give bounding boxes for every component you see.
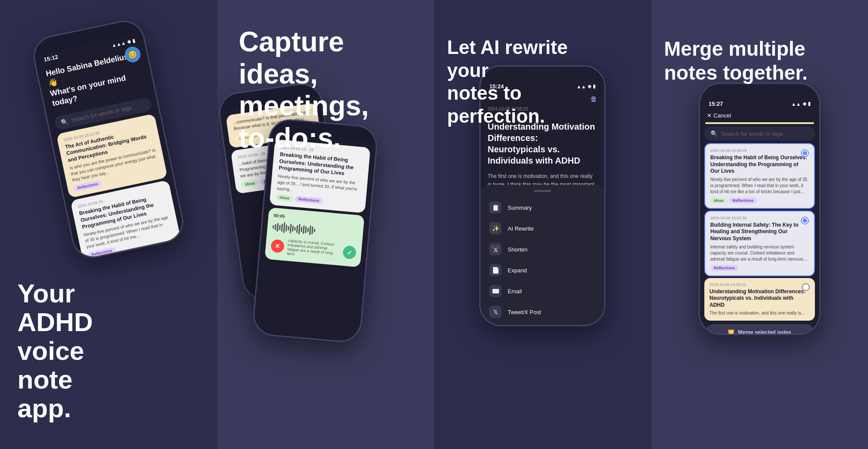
tag-ideas-4a: Ideas: [710, 198, 727, 204]
panel-2-headline: Capture ideas, meetings, to-do:s.: [239, 26, 369, 154]
action-summary-label: Summary: [508, 204, 532, 211]
merge-button[interactable]: 🔀 Merge selected notes: [705, 324, 814, 334]
note-body-4a: Ninety-five percent of who we are by the…: [710, 177, 809, 195]
wifi-icon-4: ◈: [803, 101, 806, 107]
notch-4: [738, 87, 781, 97]
note-tags-4a: Ideas Reflections: [710, 198, 809, 204]
note-tags-4b: Reflections: [710, 265, 809, 271]
recording-text: capacity is crucial. Cortisol imbalance …: [283, 238, 343, 261]
search-placeholder-4: Search for words or tags: [721, 131, 783, 137]
ai-rewrite-icon: ✨: [489, 222, 501, 235]
merge-header: ✕ Cancel: [700, 109, 819, 122]
panel-1: 15:12 ▲▲▲ ◈ ▮ 😊 Hello Sabina Beldelius 👋…: [0, 0, 217, 449]
action-divider-3: [534, 190, 551, 192]
summary-icon: 📋: [489, 201, 501, 214]
note-title-4b: Building Internal Safety: The Key to Hea…: [710, 222, 809, 242]
cancel-record-button[interactable]: ✕: [270, 239, 285, 253]
battery-icon: ▮: [132, 37, 136, 44]
wifi-icon: ◈: [127, 39, 131, 45]
action-summary[interactable]: 📋 Summary: [481, 197, 604, 218]
tweet-icon: 𝕏: [489, 306, 501, 318]
cancel-label: Cancel: [713, 112, 731, 119]
tag-reflections-4a: Reflections: [729, 198, 757, 204]
note-date-4c: 2024-10-09 14:58:23: [710, 282, 810, 287]
search-icon-4: 🔍: [710, 130, 718, 137]
radio-empty-4c: [802, 283, 810, 291]
action-tweet[interactable]: 𝕏 Tweet/X Post: [481, 302, 604, 322]
phone-mockup-1: 15:12 ▲▲▲ ◈ ▮ 😊 Hello Sabina Beldelius 👋…: [30, 17, 187, 262]
action-expand-label: Expand: [508, 267, 527, 274]
signal-icon: ▲▲▲: [111, 40, 126, 48]
phone-mockup-4: 15:27 ▲▲ ◈ ▮ ✕ Cancel 🔍 Search for words: [699, 83, 821, 335]
search-icon-1: 🔍: [60, 117, 69, 126]
note-card-4a[interactable]: 2024-10-09 15:08:28 Breaking the Habit o…: [704, 143, 815, 209]
note-date-4b: 2024-10-09 15:01:56: [710, 216, 809, 220]
action-email[interactable]: ✉️ Email: [481, 281, 604, 302]
confirm-record-button[interactable]: ✓: [342, 245, 357, 260]
recording-controls: ✕ capacity is crucial. Cortisol imbalanc…: [270, 237, 357, 261]
expand-icon: 📄: [489, 264, 501, 276]
panel-3-headline: Let AI rewrite your notes to perfection.: [447, 13, 612, 128]
phone-screen-4: 15:27 ▲▲ ◈ ▮ ✕ Cancel 🔍 Search for words: [700, 84, 819, 334]
action-ai-rewrite-label: AI Rewrite: [508, 225, 534, 232]
note-body-4b: Internal safety and building nervous sys…: [710, 244, 809, 262]
time-4: 15:27: [709, 101, 723, 107]
note-date-4a: 2024-10-09 15:08:28: [710, 148, 809, 153]
action-email-label: Email: [508, 288, 522, 295]
note-title-4c: Understanding Motivation Differences: Ne…: [710, 288, 810, 309]
action-shorten-label: Shorten: [508, 246, 528, 253]
merge-icon: 🔀: [728, 329, 734, 334]
time-1: 15:12: [43, 54, 59, 63]
search-bar-4[interactable]: 🔍 Search for words or tags: [704, 127, 815, 141]
panel-3: Let AI rewrite your notes to perfection.…: [434, 0, 651, 449]
cancel-button-4[interactable]: ✕ Cancel: [707, 112, 731, 119]
panel-4: Merge multiple notes together. 15:27 ▲▲ …: [651, 0, 868, 449]
note-title-4a: Breaking the Habit of Being Ourselves: U…: [710, 154, 809, 175]
action-tweet-label: Tweet/X Post: [508, 309, 541, 315]
shorten-icon: ✂️: [489, 243, 501, 255]
recording-card: 00:05 ✕ capacity is crucial. Cortisol im…: [264, 207, 364, 267]
action-shorten[interactable]: ✂️ Shorten: [481, 239, 604, 260]
panel-4-headline: Merge multiple notes together.: [664, 13, 808, 85]
status-icons-4: ▲▲ ◈ ▮: [791, 101, 811, 107]
merge-button-label: Merge selected notes: [738, 329, 791, 334]
tag-ideas-2bb: Ideas: [241, 180, 259, 188]
signal-icon-4: ▲▲: [791, 101, 801, 107]
tag-reflections-2fa: Reflections: [294, 195, 323, 204]
note-card-4b[interactable]: 2024-10-09 15:01:56 Building Internal Sa…: [704, 211, 815, 276]
email-icon: ✉️: [489, 285, 501, 297]
panel-1-headline: Your ADHD voice note app.: [17, 279, 93, 423]
action-menu-3: 📋 Summary ✨ AI Rewrite ✂️ Shorten 📄 Expa…: [481, 185, 604, 325]
cancel-x-icon: ✕: [707, 112, 712, 119]
phone-screen-1: 15:12 ▲▲▲ ◈ ▮ 😊 Hello Sabina Beldelius 👋…: [31, 18, 186, 260]
tag-reflections-4b: Reflections: [710, 265, 739, 271]
action-ai-rewrite[interactable]: ✨ AI Rewrite: [481, 218, 604, 239]
battery-icon-4: ▮: [808, 101, 811, 107]
panel-2: Capture ideas, meetings, to-do:s. ··· ..…: [217, 0, 434, 449]
status-bar-4: 15:27 ▲▲ ◈ ▮: [700, 97, 819, 109]
action-expand[interactable]: 📄 Expand: [481, 260, 604, 281]
yellow-bar-4: [705, 122, 814, 124]
note-card-4c[interactable]: 2024-10-09 14:58:23 Understanding Motiva…: [704, 278, 815, 321]
note-body-4c: The first one is motivation, and this on…: [710, 310, 810, 316]
radio-selected-4b: [801, 217, 809, 224]
tag-ideas-2fa: Ideas: [276, 194, 293, 201]
radio-selected-4a: [801, 149, 809, 157]
